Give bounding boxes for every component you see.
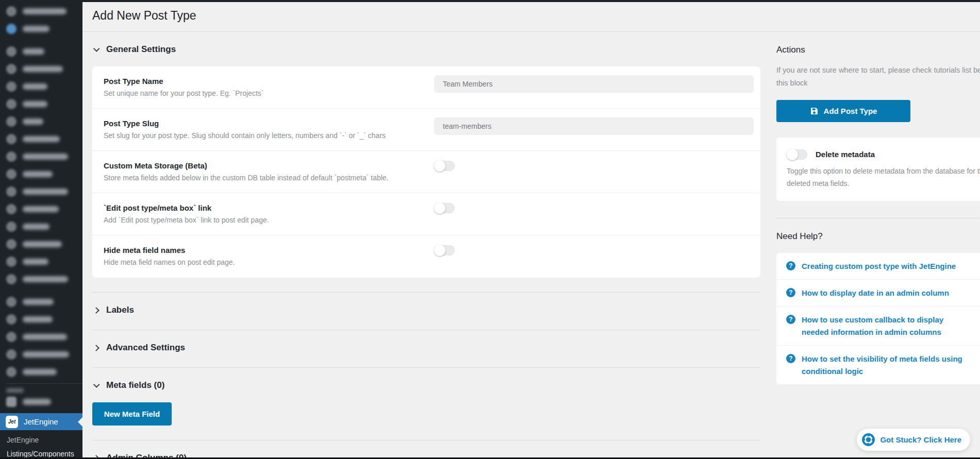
sidebar-item-masked[interactable] [0, 185, 82, 198]
sidebar-item-masked[interactable] [0, 168, 82, 180]
panel-divider [776, 218, 979, 218]
question-icon: ? [786, 288, 795, 297]
menu-icon [6, 204, 16, 214]
sidebar-item-masked[interactable] [0, 313, 82, 326]
setting-title: Hide meta field names [104, 245, 434, 256]
menu-icon [6, 116, 16, 127]
sidebar-item-masked[interactable] [0, 45, 82, 58]
sidebar-menu [0, 0, 82, 408]
section-divider [92, 292, 760, 293]
setting-description: Set slug for your post type. Slug should… [104, 131, 434, 140]
section-labels[interactable]: Labels [92, 305, 760, 315]
sidebar-item-masked[interactable] [0, 23, 82, 35]
sidebar-item-masked[interactable] [0, 63, 82, 75]
setting-toggle[interactable] [434, 245, 455, 256]
sidebar-item-masked[interactable] [0, 238, 82, 250]
sidebar-item-masked[interactable] [0, 296, 82, 308]
question-icon: ? [786, 261, 795, 270]
section-divider [92, 330, 760, 330]
jetengine-logo-icon: Jet [6, 416, 18, 428]
toggle-knob [434, 160, 445, 172]
sidebar-item-masked[interactable] [0, 273, 82, 285]
got-stuck-button[interactable]: Got Stuck? Click Here [857, 429, 970, 451]
setting-description: Store meta fields added below in the cus… [104, 173, 434, 182]
sidebar-item-masked[interactable] [0, 331, 82, 343]
setting-title: Custom Meta Storage (Beta) [104, 161, 434, 171]
sidebar-item-masked[interactable] [0, 203, 82, 215]
jetengine-submenu: JetEngine Listings/Components [0, 430, 82, 458]
post-type-form: General Settings Post Type Name Set uniq… [92, 32, 760, 459]
menu-icon [6, 314, 16, 325]
chevron-down-icon [93, 381, 100, 388]
toggle-knob [434, 245, 445, 256]
menu-icon [6, 397, 16, 407]
section-advanced-settings[interactable]: Advanced Settings [92, 343, 760, 353]
sidebar-separator [6, 383, 82, 384]
setting-input[interactable] [434, 117, 754, 135]
toggle-knob [787, 149, 798, 160]
sidebar-item-masked[interactable] [0, 396, 82, 408]
general-settings-card: Post Type Name Set unique name for your … [92, 66, 760, 278]
sidebar-item-masked[interactable] [0, 80, 82, 93]
chevron-right-icon [93, 345, 99, 351]
section-divider [92, 367, 760, 368]
menu-icon [6, 46, 16, 57]
setting-input[interactable] [434, 75, 754, 93]
help-link[interactable]: ? How to display date in an admin column [776, 280, 980, 307]
settings-row: `Edit post type/meta box` link Add `Edit… [92, 193, 760, 235]
setting-toggle[interactable] [434, 161, 455, 171]
sidebar-item-masked[interactable] [0, 388, 82, 393]
sidebar-item-masked[interactable] [0, 98, 82, 110]
sidebar-item-masked[interactable] [0, 133, 82, 145]
menu-icon [6, 367, 16, 377]
menu-icon [6, 297, 16, 307]
sidebar-item-masked[interactable] [0, 5, 82, 18]
help-link[interactable]: ? How to use custom callback to display … [776, 307, 980, 346]
settings-row: Hide meta field names Hide meta field na… [92, 235, 760, 278]
new-meta-field-button[interactable]: New Meta Field [92, 402, 172, 426]
setting-title: `Edit post type/meta box` link [104, 203, 434, 213]
menu-icon [6, 6, 16, 16]
settings-row: Post Type Slug Set slug for your post ty… [92, 109, 760, 151]
submenu-item[interactable]: JetEngine [7, 436, 82, 445]
page-title: Add New Post Type [92, 9, 980, 23]
actions-hint: If you are not sure where to start, plea… [776, 64, 980, 90]
actions-title: Actions [776, 45, 980, 55]
chevron-right-icon [93, 307, 99, 314]
sidebar-item-masked[interactable] [0, 256, 82, 268]
sidebar-item-masked[interactable] [0, 115, 82, 128]
add-post-type-button[interactable]: Add Post Type [776, 100, 910, 122]
toggle-knob [434, 202, 445, 214]
question-icon: ? [786, 354, 795, 363]
sidebar-item-label: JetEngine [24, 417, 58, 426]
chevron-down-icon [93, 45, 100, 52]
sidebar-item-masked[interactable] [0, 348, 82, 361]
sidebar-item-masked[interactable] [0, 150, 82, 163]
need-help-title: Need Help? [776, 231, 980, 242]
sidebar-item-jetengine[interactable]: Jet JetEngine [0, 413, 82, 430]
sidebar-item-masked[interactable] [0, 220, 82, 233]
help-links-card: ? Creating custom post type with JetEngi… [776, 253, 980, 384]
menu-icon [6, 24, 16, 34]
menu-icon [6, 81, 16, 92]
section-meta-fields[interactable]: Meta fields (0) [92, 380, 760, 390]
help-link[interactable]: ? How to set the visibility of meta fiel… [776, 346, 980, 384]
menu-icon [6, 186, 16, 197]
main-content: Add New Post Type General Settings Post … [82, 2, 980, 459]
help-link[interactable]: ? Creating custom post type with JetEngi… [776, 253, 980, 280]
menu-icon [6, 239, 16, 249]
settings-row: Post Type Name Set unique name for your … [92, 66, 760, 109]
setting-description: Hide meta field names on post edit page. [104, 258, 434, 267]
content-row: General Settings Post Type Name Set uniq… [82, 32, 980, 459]
delete-metadata-toggle[interactable] [787, 149, 807, 160]
settings-row: Custom Meta Storage (Beta) Store meta fi… [92, 151, 760, 193]
setting-toggle[interactable] [434, 203, 455, 213]
section-general-settings[interactable]: General Settings [92, 44, 760, 55]
menu-icon [6, 222, 16, 232]
question-icon: ? [786, 315, 795, 324]
menu-icon [6, 332, 16, 342]
lifebuoy-sos-icon [861, 433, 875, 447]
sidebar-item-masked[interactable] [0, 366, 82, 378]
menu-icon [6, 64, 16, 74]
actions-sidebar: Actions If you are not sure where to sta… [776, 32, 980, 384]
